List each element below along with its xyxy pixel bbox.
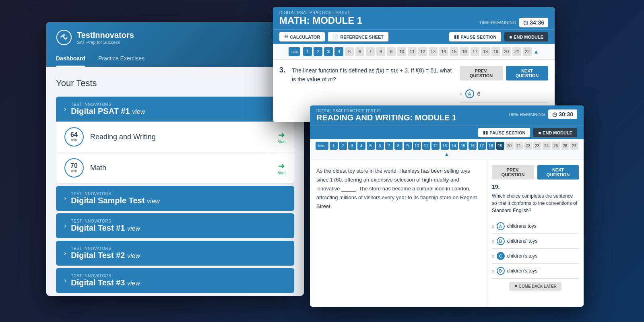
math-qnum-19[interactable]: 19	[491, 47, 500, 56]
math-nav-intro[interactable]: Intro	[289, 47, 300, 56]
math-question-nav: Intro 1 2 3 4 5 6 7 8 9 10 11 12 13 14 1…	[273, 44, 555, 60]
math-qnum-5[interactable]: 5	[345, 47, 354, 56]
rw-answer-b[interactable]: x B childrens' toys	[492, 234, 579, 249]
test-view-psat1[interactable]: view	[132, 108, 145, 115]
dashboard-body: Your Tests › TEST INNOVATORS Digital PSA…	[46, 67, 304, 296]
logo-icon	[56, 29, 72, 45]
reference-icon: 📄	[333, 34, 339, 39]
rw-qnum-26[interactable]: 26	[561, 142, 569, 150]
come-back-button[interactable]: ⚑ COME BACK LATER	[509, 282, 561, 291]
rw-qnum-14[interactable]: 14	[450, 142, 458, 150]
rw-qnum-24[interactable]: 24	[543, 142, 551, 150]
rw-answer-a[interactable]: x A childrens toys	[492, 219, 579, 234]
math-letter-a: A	[465, 89, 474, 98]
rw-text-a: childrens toys	[507, 223, 537, 229]
rw-qnum-20[interactable]: 20	[506, 142, 514, 150]
arrow-right-icon-math: ➜	[278, 161, 285, 171]
nav-dashboard[interactable]: Dashboard	[56, 55, 85, 67]
math-time-value: 34:36	[530, 19, 544, 26]
math-qnum-2[interactable]: 2	[314, 47, 322, 56]
rw-qnum-21[interactable]: 21	[515, 142, 523, 150]
test-view-sample[interactable]: view	[147, 198, 160, 204]
rw-qnum-8[interactable]: 8	[394, 142, 402, 150]
math-qnum-4[interactable]: 4	[334, 47, 343, 56]
rw-qnum-19[interactable]: 19	[496, 142, 504, 150]
math-answer-a[interactable]: x A 6	[460, 85, 548, 103]
rw-qnum-6[interactable]: 6	[376, 142, 384, 150]
start-reading-button[interactable]: ➜ Start	[277, 130, 286, 144]
end-module-button[interactable]: ■ END MODULE	[504, 32, 548, 41]
math-qnum-9[interactable]: 9	[387, 47, 396, 56]
rw-nav-intro[interactable]: Intro	[316, 142, 328, 150]
rw-qnum-2[interactable]: 2	[339, 142, 347, 150]
math-qnum-10[interactable]: 10	[397, 47, 406, 56]
test-item-header-sample[interactable]: › TEST INNOVATORS Digital Sample Test vi…	[56, 186, 294, 211]
math-prev-button[interactable]: PREV. QUESTION	[460, 66, 503, 80]
chevron-down-icon: ›	[64, 105, 66, 113]
nav-practice[interactable]: Practice Exercises	[98, 55, 144, 67]
calculator-button[interactable]: ☵ CALCULATOR	[279, 32, 325, 41]
rw-qnum-7[interactable]: 7	[385, 142, 393, 150]
rw-qnum-23[interactable]: 23	[533, 142, 541, 150]
math-qnum-1[interactable]: 1	[303, 47, 312, 56]
company-name: TestInnovators	[77, 31, 134, 40]
rw-qnum-11[interactable]: 11	[422, 142, 430, 150]
math-qnum-16[interactable]: 16	[460, 47, 469, 56]
math-toolbar-right: ▮▮ PAUSE SECTION ■ END MODULE	[449, 32, 548, 41]
math-qnum-6[interactable]: 6	[355, 47, 364, 56]
math-qnum-3[interactable]: 3	[324, 47, 333, 56]
math-q-number: 3.	[279, 66, 285, 120]
rw-qnum-17[interactable]: 17	[478, 142, 486, 150]
test-view-dt2[interactable]: view	[127, 252, 140, 259]
math-qnum-14[interactable]: 14	[439, 47, 448, 56]
rw-qnum-15[interactable]: 15	[459, 142, 467, 150]
rw-qnum-12[interactable]: 12	[431, 142, 440, 150]
rw-qnum-10[interactable]: 10	[413, 142, 421, 150]
test-view-dt1[interactable]: view	[127, 225, 140, 232]
test-item-digital-psat-1: › TEST INNOVATORS Digital PSAT #1 view 6…	[56, 97, 294, 184]
rw-qnum-13[interactable]: 13	[441, 142, 449, 150]
rw-next-button[interactable]: NEXT QUESTION	[537, 165, 579, 180]
dashboard-header: TestInnovators SAT Prep for Success Dash…	[46, 22, 304, 67]
nav-arrow-indicator: ▲	[533, 48, 539, 55]
rw-qnum-18[interactable]: 18	[487, 142, 495, 150]
math-qnum-13[interactable]: 13	[429, 47, 438, 56]
reference-sheet-button[interactable]: 📄 REFERENCE SHEET	[328, 32, 388, 41]
pause-section-button[interactable]: ▮▮ PAUSE SECTION	[449, 32, 501, 41]
test-item-header-dt3[interactable]: › TEST INNOVATORS Digital Test #3 view	[56, 268, 294, 293]
rw-qnum-1[interactable]: 1	[330, 142, 338, 150]
start-math-button[interactable]: ➜ Start	[277, 161, 286, 175]
test-item-header-dt2[interactable]: › TEST INNOVATORS Digital Test #2 view	[56, 241, 294, 266]
math-qnum-15[interactable]: 15	[450, 47, 458, 56]
subject-name-math: Math	[90, 164, 271, 172]
rw-question-nav: Intro 1 2 3 4 5 6 7 8 9 10 11 12 13 14 1…	[310, 139, 584, 160]
math-qnum-8[interactable]: 8	[376, 47, 385, 56]
rw-end-button[interactable]: ■ END MODULE	[533, 128, 577, 137]
math-qnum-20[interactable]: 20	[502, 47, 511, 56]
math-next-button[interactable]: NEXT QUESTION	[506, 66, 548, 80]
rw-answer-d[interactable]: x D children's toys'	[492, 264, 579, 279]
math-qnum-17[interactable]: 17	[471, 47, 479, 56]
rw-qnum-22[interactable]: 22	[524, 142, 532, 150]
math-qnum-18[interactable]: 18	[481, 47, 490, 56]
test-item-header-dt1[interactable]: › TEST INNOVATORS Digital Test #1 view	[56, 213, 294, 238]
math-qnum-12[interactable]: 12	[418, 47, 427, 56]
rw-answer-c[interactable]: x C children's toys	[492, 249, 579, 264]
rw-passage: As the oldest toy store in the world, Ha…	[310, 160, 487, 307]
math-qnum-22[interactable]: 22	[523, 47, 532, 56]
math-qnum-11[interactable]: 11	[408, 47, 417, 56]
rw-qnum-9[interactable]: 9	[404, 142, 412, 150]
rw-qnum-3[interactable]: 3	[348, 142, 356, 150]
math-qnum-21[interactable]: 21	[512, 47, 521, 56]
math-qnum-7[interactable]: 7	[366, 47, 375, 56]
rw-qnum-27[interactable]: 27	[570, 142, 578, 150]
rw-time-value: 30:30	[559, 111, 573, 118]
test-item-header-psat1[interactable]: › TEST INNOVATORS Digital PSAT #1 view	[56, 97, 294, 122]
rw-pause-button[interactable]: ▮▮ PAUSE SECTION	[478, 128, 530, 137]
rw-qnum-25[interactable]: 25	[552, 142, 560, 150]
rw-qnum-16[interactable]: 16	[469, 142, 477, 150]
rw-qnum-4[interactable]: 4	[357, 142, 365, 150]
rw-qnum-5[interactable]: 5	[367, 142, 375, 150]
test-view-dt3[interactable]: view	[127, 280, 140, 287]
rw-prev-button[interactable]: PREV. QUESTION	[492, 165, 534, 180]
